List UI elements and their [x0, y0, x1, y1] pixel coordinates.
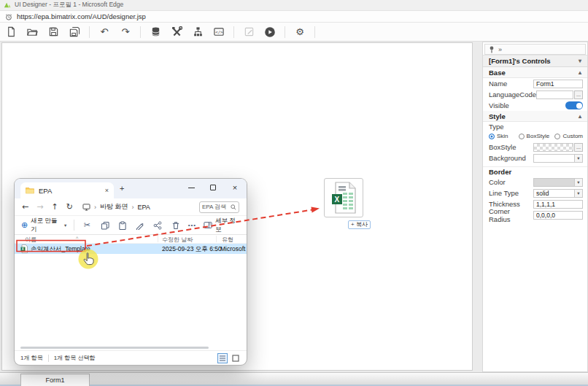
excel-mini-icon: X	[20, 244, 28, 253]
new-tab-icon[interactable]: +	[120, 184, 124, 193]
paste-icon[interactable]	[117, 220, 128, 231]
tab-close-icon[interactable]: ×	[105, 187, 109, 194]
redo-icon[interactable]: ↷	[119, 26, 132, 39]
file-modified: 2025-09-23 오후 6:50	[162, 245, 222, 254]
prop-row-border-color: Color ▾	[483, 177, 587, 188]
column-name[interactable]: 이름	[25, 236, 36, 244]
column-divider	[216, 236, 217, 242]
prop-row-visible: Visible	[483, 100, 587, 111]
view-buttons	[217, 353, 241, 363]
save-all-icon[interactable]	[68, 26, 81, 39]
undo-icon[interactable]: ↶	[98, 26, 111, 39]
refresh-icon[interactable]: ↻	[66, 202, 73, 212]
languagecode-browse-button[interactable]: ...	[574, 90, 583, 99]
new-document-icon[interactable]	[4, 26, 18, 39]
open-folder-icon[interactable]	[26, 26, 39, 39]
chevron-up-icon[interactable]: ▴	[579, 69, 581, 76]
share-icon[interactable]	[152, 220, 163, 231]
section-style-label: Style	[489, 112, 506, 120]
close-icon[interactable]: ×	[229, 182, 241, 193]
tools-icon[interactable]	[170, 26, 183, 39]
delete-icon[interactable]	[170, 220, 180, 231]
status-divider	[48, 355, 49, 362]
back-icon[interactable]: ←	[22, 202, 28, 212]
run-icon[interactable]	[263, 26, 276, 39]
search-icon	[231, 204, 236, 210]
tab-form1[interactable]: Form1	[20, 374, 90, 386]
details-view-icon[interactable]	[217, 353, 228, 363]
toolbar-separator	[140, 26, 141, 38]
hierarchy-icon[interactable]	[191, 26, 204, 39]
more-options-icon[interactable]: •••	[188, 222, 196, 228]
plus-circle-icon: ⊕	[21, 220, 28, 230]
boxstyle-swatch[interactable]	[533, 143, 573, 152]
breadcrumb: › 바탕 화면 › EPA	[82, 202, 191, 212]
border-color-dropdown-icon[interactable]: ▾	[575, 178, 583, 187]
line-type-select[interactable]: solid	[533, 189, 575, 198]
column-modified[interactable]: 수정한 날짜	[162, 236, 193, 244]
dataset-icon[interactable]	[149, 26, 162, 39]
form-tab-bar: Form1	[0, 372, 588, 386]
new-button[interactable]: ⊕ 새로 만들기 ▾	[21, 217, 66, 234]
large-icons-view-icon[interactable]	[231, 353, 241, 363]
name-input[interactable]: Form1	[533, 80, 583, 88]
file-row-selected[interactable]: X 손익계산서_Template 2025-09-23 오후 6:50 Micr…	[15, 244, 247, 254]
section-style[interactable]: Style ▴	[483, 111, 587, 122]
file-list-header: 이름 ^ 수정한 날짜 유형	[15, 235, 247, 244]
desktop-monitor-icon[interactable]	[82, 204, 90, 211]
background-label: Background	[489, 154, 533, 162]
radio-skin[interactable]: Skin	[489, 133, 519, 139]
properties-panel: » [Form1]'s Controls ▾ Base ▴ Name Form1…	[482, 42, 588, 372]
rename-icon[interactable]	[135, 220, 145, 231]
panel-title-row[interactable]: [Form1]'s Controls ▾	[483, 55, 587, 67]
radio-custom[interactable]: Custom	[554, 133, 583, 139]
script-editor-icon[interactable]: </>	[212, 26, 225, 39]
drop-copy-badge: + 복사	[348, 220, 371, 229]
background-field[interactable]	[533, 154, 575, 163]
section-base-label: Base	[489, 69, 506, 77]
tab-title: EPA	[39, 187, 52, 195]
breadcrumb-desktop[interactable]: 바탕 화면	[100, 202, 128, 212]
chevron-up-icon[interactable]: ▴	[579, 113, 581, 120]
search-box[interactable]: EPA 검색	[199, 201, 239, 213]
chevron-down-icon[interactable]: ▾	[579, 58, 581, 64]
maximize-icon[interactable]	[207, 182, 219, 193]
search-input[interactable]: EPA 검색	[202, 203, 229, 211]
boxstyle-browse-button[interactable]: ...	[574, 143, 583, 152]
languagecode-label: LanguageCode	[489, 90, 536, 99]
app-logo-icon	[4, 1, 11, 9]
copy-icon[interactable]	[99, 220, 109, 231]
prop-row-corner-radius: Corner Radius 0,0,0,0	[483, 209, 587, 220]
minimize-icon[interactable]	[185, 182, 197, 193]
languagecode-input[interactable]	[536, 90, 573, 99]
explorer-navbar: ← → ↑ ↻ › 바탕 화면 › EPA EPA 검색	[15, 198, 247, 216]
border-color-swatch[interactable]	[533, 178, 575, 187]
visible-toggle[interactable]	[565, 101, 583, 109]
border-color-label: Color	[489, 178, 533, 186]
prop-row-line-type: Line Type solid▾	[483, 188, 587, 198]
address-url[interactable]: https://epa.bimatrix.com/AUD/designer.js…	[17, 12, 146, 20]
cut-icon[interactable]: ✂	[82, 220, 92, 231]
details-button[interactable]: 세부 정보	[204, 217, 240, 234]
radio-boxstyle[interactable]: BoxStyle	[519, 133, 555, 139]
thickness-input[interactable]: 1,1,1,1	[533, 200, 583, 209]
save-icon[interactable]	[47, 26, 60, 39]
site-info-icon[interactable]	[5, 13, 12, 20]
up-icon[interactable]: ↑	[51, 202, 58, 212]
corner-radius-input[interactable]: 0,0,0,0	[533, 211, 583, 220]
collapse-panel-icon[interactable]: »	[498, 46, 502, 53]
name-label: Name	[489, 80, 533, 88]
file-list-body[interactable]	[15, 254, 247, 350]
background-dropdown-icon[interactable]: ▾	[575, 154, 583, 163]
horizontal-scrollbar[interactable]	[20, 347, 209, 349]
section-base[interactable]: Base ▴	[483, 67, 587, 78]
line-type-dropdown-icon[interactable]: ▾	[575, 189, 583, 198]
settings-gear-icon[interactable]: ⚙	[293, 26, 306, 39]
item-count: 1개 항목	[20, 354, 43, 362]
file-name[interactable]: 손익계산서_Template	[31, 245, 90, 254]
pin-icon[interactable]	[489, 46, 495, 53]
explorer-tab-epa[interactable]: EPA ×	[20, 182, 114, 198]
type-label-row: Type	[483, 122, 587, 131]
column-type[interactable]: 유형	[222, 236, 233, 244]
breadcrumb-epa[interactable]: EPA	[137, 204, 150, 211]
